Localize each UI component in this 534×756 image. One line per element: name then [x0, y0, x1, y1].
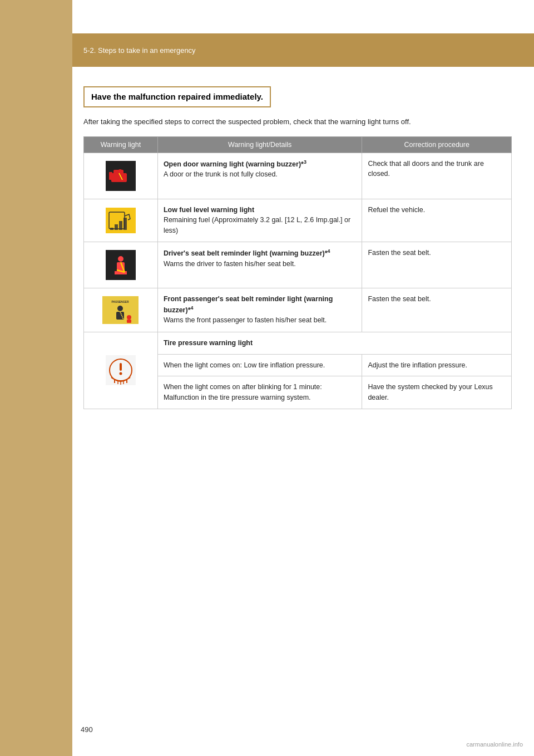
- table-row: PASSENGER Fro: [84, 288, 512, 332]
- correction-cell-door: Check that all doors and the trunk are c…: [362, 153, 512, 199]
- main-content: Have the malfunction repaired immediatel…: [72, 86, 523, 409]
- intro-text: After taking the specified steps to corr…: [83, 116, 512, 127]
- detail-normal-seatbelt-driver: Warns the driver to fasten his/her seat …: [164, 260, 296, 268]
- icon-cell-seatbelt-passenger: PASSENGER: [84, 288, 158, 332]
- correction-cell-seatbelt-driver: Fasten the seat belt.: [362, 242, 512, 288]
- correction-text-fuel: Refuel the vehicle.: [368, 206, 425, 214]
- table-row: Low fuel level warning light Remaining f…: [84, 199, 512, 242]
- seatbelt-driver-icon: [90, 248, 152, 282]
- col-header-correction: Correction procedure: [362, 136, 512, 153]
- detail-normal-door: A door or the trunk is not fully closed.: [164, 170, 278, 178]
- detail-normal-seatbelt-passenger: Warns the front passenger to fasten his/…: [164, 316, 327, 324]
- correction-cell-fuel: Refuel the vehicle.: [362, 199, 512, 242]
- correction-text-seatbelt-passenger: Fasten the seat belt.: [368, 295, 431, 303]
- tire-sub-row-1-details: When the light comes on: Low tire inflat…: [157, 354, 362, 376]
- tire-pressure-icon: [90, 353, 152, 387]
- correction-text-door: Check that all doors and the trunk are c…: [368, 160, 483, 178]
- tire-sub1-text: When the light comes on: Low tire inflat…: [164, 361, 325, 369]
- correction-cell-seatbelt-passenger: Fasten the seat belt.: [362, 288, 512, 332]
- tire-pressure-header: Tire pressure warning light: [157, 332, 511, 354]
- svg-rect-29: [120, 363, 122, 371]
- detail-bold-seatbelt-passenger: Front passenger's seat belt reminder lig…: [164, 295, 333, 314]
- open-door-icon: [90, 159, 152, 193]
- tire-sub-row-2-correction: Have the system checked by your Lexus de…: [362, 376, 512, 409]
- svg-point-22: [117, 306, 123, 311]
- details-cell-fuel: Low fuel level warning light Remaining f…: [157, 199, 362, 242]
- svg-rect-4: [109, 172, 112, 180]
- detail-bold-fuel: Low fuel level warning light: [164, 206, 254, 214]
- detail-normal-fuel: Remaining fuel (Approximately 3.2 gal. […: [164, 216, 350, 234]
- header-title: 5-2. Steps to take in an emergency: [83, 46, 196, 55]
- door-icon-svg: [106, 161, 136, 191]
- table-row: Driver's seat belt reminder light (warni…: [84, 242, 512, 288]
- col-header-details: Warning light/Details: [157, 136, 362, 153]
- page-number: 490: [81, 725, 93, 734]
- svg-text:PASSENGER: PASSENGER: [112, 300, 129, 303]
- warning-table: Warning light Warning light/Details Corr…: [83, 136, 512, 409]
- tire-pressure-svg: [106, 355, 136, 385]
- detail-bold-seatbelt-driver: Driver's seat belt reminder light (warni…: [164, 249, 330, 257]
- detail-bold-door: Open door warning light (warning buzzer)…: [164, 160, 306, 168]
- seatbelt-passenger-icon: PASSENGER: [90, 294, 152, 326]
- left-sidebar: [0, 0, 72, 756]
- svg-point-5: [118, 169, 122, 174]
- svg-point-30: [119, 372, 122, 375]
- tire-sub-row-2-details: When the light comes on after blinking f…: [157, 376, 362, 409]
- details-cell-door: Open door warning light (warning buzzer)…: [157, 153, 362, 199]
- svg-rect-12: [123, 218, 127, 230]
- details-cell-seatbelt-driver: Driver's seat belt reminder light (warni…: [157, 242, 362, 288]
- correction-text-seatbelt-driver: Fasten the seat belt.: [368, 249, 431, 257]
- icon-cell-fuel: [84, 199, 158, 242]
- tire-sub1-correction: Adjust the tire inflation pressure.: [368, 361, 467, 369]
- svg-point-15: [118, 256, 123, 262]
- fuel-icon: [90, 205, 152, 235]
- seatbelt-passenger-svg: PASSENGER: [102, 296, 139, 324]
- watermark: carmanualonline.info: [466, 741, 523, 748]
- details-cell-seatbelt-passenger: Front passenger's seat belt reminder lig…: [157, 288, 362, 332]
- svg-rect-26: [127, 320, 131, 323]
- icon-cell-tire: [84, 332, 158, 409]
- top-header: 5-2. Steps to take in an emergency: [72, 33, 534, 67]
- section-title: Have the malfunction repaired immediatel…: [91, 92, 263, 101]
- svg-point-25: [127, 315, 131, 320]
- seatbelt-driver-svg: [106, 250, 136, 280]
- tire-sub2-text: When the light comes on after blinking f…: [164, 383, 322, 401]
- table-row: Open door warning light (warning buzzer)…: [84, 153, 512, 199]
- fuel-icon-svg: [106, 208, 136, 233]
- tire-sub-row-1-correction: Adjust the tire inflation pressure.: [362, 354, 512, 376]
- tire-title: Tire pressure warning light: [164, 339, 253, 347]
- icon-cell-door: [84, 153, 158, 199]
- icon-cell-seatbelt-driver: [84, 242, 158, 288]
- col-header-icon: Warning light: [84, 136, 158, 153]
- table-row: Tire pressure warning light: [84, 332, 512, 354]
- tire-sub2-correction: Have the system checked by your Lexus de…: [368, 383, 492, 401]
- section-title-box: Have the malfunction repaired immediatel…: [83, 86, 271, 107]
